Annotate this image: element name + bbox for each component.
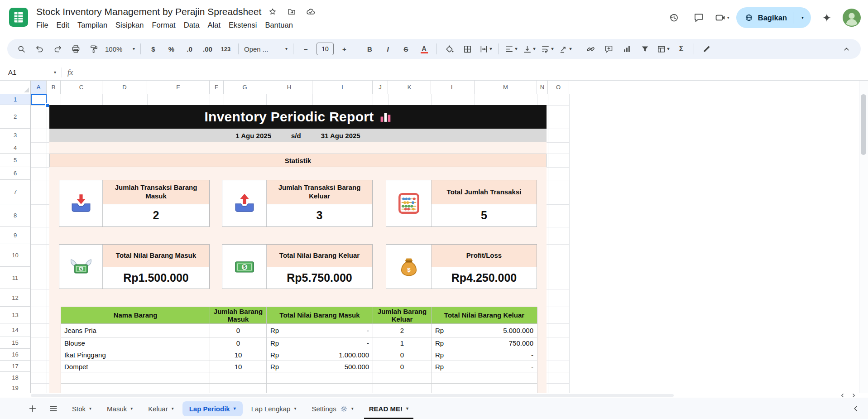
row-header-5[interactable]: 5 (0, 154, 31, 167)
empty-cell[interactable] (267, 384, 373, 393)
table-views-button[interactable]: ▾ (654, 42, 672, 56)
row-header-7[interactable]: 7 (0, 180, 31, 204)
print-button[interactable] (67, 42, 85, 56)
spreadsheet-grid[interactable]: Inventory Periodic Report 1 Agu 2025 s/d… (0, 81, 859, 393)
menu-file[interactable]: File (32, 20, 53, 30)
font-size-input[interactable]: 10 (317, 43, 334, 55)
merge-cells-button[interactable]: ▾ (477, 42, 494, 56)
cell-item-name[interactable]: Dompet (61, 361, 210, 372)
column-header-d[interactable]: D (102, 81, 147, 94)
text-rotation-button[interactable]: ▾ (556, 42, 574, 56)
search-icon[interactable] (13, 42, 30, 56)
paint-format-button[interactable] (85, 42, 103, 56)
column-header-i[interactable]: I (312, 81, 373, 94)
decrease-decimals-button[interactable]: .0 (181, 42, 198, 56)
sheets-logo-icon[interactable] (9, 8, 28, 27)
cell-item-name[interactable]: Ikat Pinggang (61, 349, 210, 361)
sheet-tab-masuk[interactable]: Masuk▾ (100, 401, 139, 416)
share-dropdown-icon[interactable]: ▾ (798, 15, 807, 20)
empty-cell[interactable] (210, 372, 267, 384)
cell-value-in[interactable]: Rp- (267, 337, 373, 349)
column-header-b[interactable]: B (47, 81, 61, 94)
sheet-tab-lap-periodik[interactable]: Lap Periodik▾ (182, 401, 243, 416)
row-header-18[interactable]: 18 (0, 372, 31, 383)
cell-qty-in[interactable]: 0 (210, 337, 267, 349)
empty-cell[interactable] (432, 372, 537, 384)
tab-scroll-left-icon[interactable] (851, 404, 868, 414)
horizontal-scroll-thumb[interactable] (31, 394, 674, 397)
cell-value-in[interactable]: Rp500.000 (267, 361, 373, 372)
cell-value-in[interactable]: Rp- (267, 324, 373, 337)
column-header-k[interactable]: K (388, 81, 431, 94)
horizontal-scrollbar[interactable] (0, 393, 868, 398)
row-header-12[interactable]: 12 (0, 289, 31, 307)
sheet-tab-read-me[interactable]: READ ME!▾ (362, 401, 415, 416)
cell-value-in[interactable]: Rp1.000.000 (267, 349, 373, 361)
section-header-statistik[interactable]: Statistik (49, 154, 547, 167)
row-header-2[interactable]: 2 (0, 105, 31, 129)
cell-qty-out[interactable]: 2 (373, 324, 432, 337)
cell-value-out[interactable]: Rp750.000 (432, 337, 537, 349)
version-history-icon[interactable] (665, 9, 683, 27)
name-box[interactable]: A1 ▾ (0, 68, 56, 76)
gemini-spark-icon[interactable] (818, 9, 836, 27)
format-percent-button[interactable]: % (163, 42, 180, 56)
text-wrap-button[interactable]: ▾ (538, 42, 556, 56)
menu-alat[interactable]: Alat (204, 20, 225, 30)
share-button[interactable]: Bagikan ▾ (736, 7, 811, 28)
row-header-11[interactable]: 11 (0, 267, 31, 289)
report-period-bar[interactable]: 1 Agu 2025 s/d 31 Agu 2025 (49, 129, 547, 142)
bold-button[interactable]: B (361, 42, 379, 56)
cell-value-out[interactable]: Rp- (432, 361, 537, 372)
functions-button[interactable]: Σ (672, 42, 690, 56)
more-formats-button[interactable]: 123 (217, 42, 235, 56)
column-header-a[interactable]: A (31, 81, 47, 94)
cell-value-out[interactable]: Rp- (432, 349, 537, 361)
empty-cell[interactable] (373, 384, 432, 393)
row-header-13[interactable]: 13 (0, 307, 31, 323)
report-title-banner[interactable]: Inventory Periodic Report (49, 105, 547, 129)
row-header-8[interactable]: 8 (0, 204, 31, 227)
stat-card-nilai-masuk[interactable]: $ Total Nilai Barang Masuk Rp1.500.000 (59, 244, 210, 289)
vertical-scroll-thumb[interactable] (861, 94, 866, 155)
stat-card-total-transaksi[interactable]: Total Jumlah Transaksi 5 (386, 180, 537, 227)
column-header-c[interactable]: C (61, 81, 102, 94)
meet-button[interactable]: ▾ (715, 12, 729, 24)
cell-qty-in[interactable]: 10 (210, 361, 267, 372)
column-header-n[interactable]: N (537, 81, 548, 94)
row-header-1[interactable]: 1 (0, 94, 31, 105)
font-select[interactable]: Open ...▾ (242, 42, 289, 56)
menu-format[interactable]: Format (148, 20, 179, 30)
insert-comment-button[interactable] (600, 42, 618, 56)
menu-edit[interactable]: Edit (53, 20, 73, 30)
column-header-m[interactable]: M (475, 81, 537, 94)
increase-font-size-button[interactable]: + (336, 42, 353, 56)
column-header-j[interactable]: J (373, 81, 388, 94)
column-header-h[interactable]: H (266, 81, 312, 94)
empty-cell[interactable] (61, 372, 210, 384)
sheet-tab-keluar[interactable]: Keluar▾ (141, 401, 180, 416)
cell-qty-in[interactable]: 0 (210, 324, 267, 337)
menu-tampilan[interactable]: Tampilan (73, 20, 111, 30)
row-header-3[interactable]: 3 (0, 129, 31, 142)
column-header-f[interactable]: F (210, 81, 224, 94)
star-icon[interactable] (265, 5, 280, 19)
insert-chart-button[interactable] (618, 42, 636, 56)
insert-link-button[interactable] (582, 42, 599, 56)
empty-cell[interactable] (210, 384, 267, 393)
comment-history-icon[interactable] (690, 9, 708, 27)
stat-card-nilai-keluar[interactable]: $ Total Nilai Barang Keluar Rp5.750.000 (222, 244, 373, 289)
row-header-10[interactable]: 10 (0, 244, 31, 267)
cell-qty-in[interactable]: 10 (210, 349, 267, 361)
document-title[interactable]: Stock Inventory Management by Perajin Sp… (36, 6, 261, 17)
column-header-g[interactable]: G (224, 81, 266, 94)
menu-data[interactable]: Data (180, 20, 204, 30)
row-header-15[interactable]: 15 (0, 337, 31, 349)
sheet-tab-lap-lengkap[interactable]: Lap Lengkap▾ (245, 401, 303, 416)
borders-button[interactable] (459, 42, 476, 56)
increase-decimals-button[interactable]: .00 (199, 42, 216, 56)
column-header-e[interactable]: E (147, 81, 210, 94)
cell-item-name[interactable]: Blouse (61, 337, 210, 349)
row-header-4[interactable]: 4 (0, 142, 31, 154)
row-header-17[interactable]: 17 (0, 361, 31, 372)
